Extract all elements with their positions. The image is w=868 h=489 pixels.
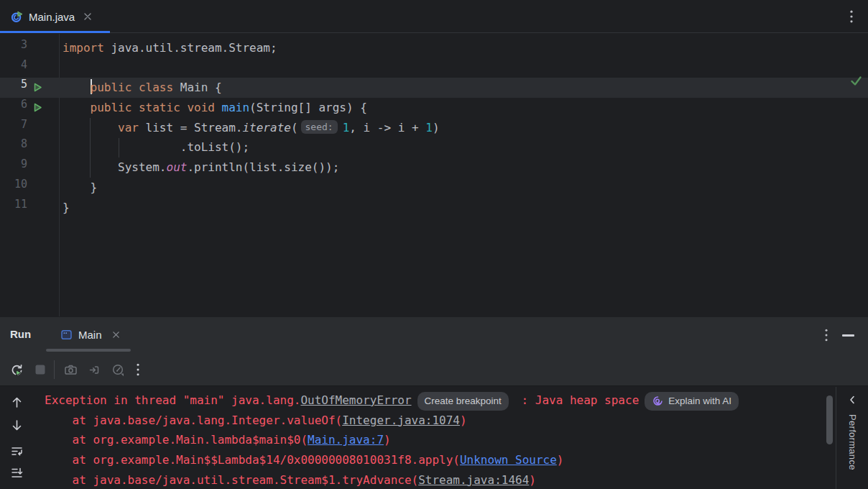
- console-text: ): [460, 413, 467, 427]
- console-line: at java.base/java.lang.Integer.valueOf(I…: [0, 411, 819, 431]
- code-text: public class Main {: [63, 78, 222, 98]
- line-number: 8: [0, 137, 27, 150]
- console-line: at org.example.Main$$Lambda$14/0x0000000…: [0, 450, 819, 470]
- line-number: 6: [0, 98, 27, 111]
- line-number: 3: [0, 38, 27, 51]
- code-text: public static void main(String[] args) {: [63, 98, 367, 118]
- line-number: 10: [0, 178, 27, 191]
- hide-toolwindow-icon[interactable]: [842, 334, 854, 337]
- ai-spiral-icon: [652, 395, 664, 407]
- profiler-gauge-icon[interactable]: [111, 363, 125, 377]
- console-text: ): [529, 473, 536, 487]
- line-number: 11: [0, 198, 27, 211]
- performance-side-panel: Performance: [836, 387, 868, 489]
- code-line[interactable]: 8 .toList();: [0, 137, 868, 157]
- run-toolbar: [0, 353, 868, 386]
- line-number: 9: [0, 157, 27, 170]
- code-line[interactable]: 7 var list = Stream.iterate(seed:1, i ->…: [0, 118, 868, 138]
- run-console-output[interactable]: Exception in thread "main" java.lang.Out…: [0, 387, 868, 489]
- chip-label: Explain with AI: [668, 396, 731, 406]
- create-breakpoint-chip[interactable]: Create breakpoint: [417, 392, 509, 411]
- performance-tab-label[interactable]: Performance: [847, 414, 858, 470]
- console-text: : Java heap space: [514, 393, 639, 407]
- console-line: at java.base/java.util.stream.Stream$1.t…: [0, 470, 819, 489]
- indent-guide: [90, 118, 91, 178]
- run-gutter-icon[interactable]: [33, 103, 42, 112]
- stop-icon[interactable]: [35, 365, 45, 375]
- run-window-options-kebab-icon[interactable]: [818, 326, 834, 344]
- close-icon[interactable]: [83, 12, 92, 21]
- code-text: .toList();: [63, 137, 249, 157]
- console-scrollbar-thumb[interactable]: [826, 396, 833, 444]
- editor-more-options-kebab-icon[interactable]: [844, 8, 859, 25]
- stacktrace-link[interactable]: Main.java:7: [308, 433, 384, 447]
- chip-label: Create breakpoint: [425, 396, 502, 406]
- chevron-left-icon[interactable]: [846, 394, 858, 406]
- line-number: 4: [0, 58, 27, 71]
- attach-profiler-icon[interactable]: [88, 363, 101, 377]
- stacktrace-link[interactable]: Integer.java:1074: [342, 413, 460, 427]
- rerun-icon[interactable]: [10, 363, 24, 377]
- run-toolwindow-header: Run Main: [0, 317, 868, 353]
- code-line[interactable]: 6 public static void main(String[] args)…: [0, 98, 868, 118]
- explain-with-ai-chip[interactable]: Explain with AI: [645, 392, 739, 411]
- editor-tab-bar: Main.java: [0, 0, 868, 33]
- up-stack-trace-icon[interactable]: [10, 396, 24, 409]
- code-line[interactable]: 5 public class Main {: [0, 78, 868, 98]
- code-line[interactable]: 11}: [0, 198, 868, 218]
- close-icon[interactable]: [112, 331, 120, 339]
- console-text: at org.example.Main$$Lambda$14/0x0000000…: [45, 453, 460, 467]
- editor-tab-main-java[interactable]: Main.java: [0, 0, 110, 33]
- stacktrace-link[interactable]: Stream.java:1464: [418, 473, 529, 487]
- run-tab-main[interactable]: Main: [46, 317, 129, 352]
- code-line[interactable]: 9 System.out.println(list.size());: [0, 157, 868, 178]
- code-text: System.out.println(list.size());: [63, 157, 339, 178]
- stacktrace-link[interactable]: Unknown Source: [460, 453, 557, 467]
- console-more-options-kebab-icon[interactable]: [137, 363, 139, 376]
- console-text: at java.base/java.lang.Integer.valueOf(: [45, 413, 342, 427]
- toolbar-separator: [54, 360, 55, 379]
- code-text: var list = Stream.iterate(seed:1, i -> i…: [63, 118, 440, 138]
- run-tab-label: Main: [78, 329, 102, 341]
- console-text: Exception in thread "main" java.lang.: [45, 393, 300, 407]
- soft-wrap-icon[interactable]: [10, 444, 24, 458]
- run-toolwindow-title: Run: [10, 328, 31, 340]
- code-line[interactable]: 3import java.util.stream.Stream;: [0, 38, 868, 58]
- code-text: }: [63, 198, 70, 218]
- run-gutter-icon[interactable]: [33, 83, 42, 92]
- down-stack-trace-icon[interactable]: [10, 419, 24, 432]
- active-tab-underline: [0, 31, 110, 34]
- code-line[interactable]: 4: [0, 58, 868, 78]
- console-text: ): [557, 453, 564, 467]
- line-number: 7: [0, 118, 27, 131]
- line-number: 5: [0, 78, 27, 91]
- console-line: at org.example.Main.lambda$main$0(Main.j…: [0, 430, 819, 450]
- code-text: }: [63, 178, 97, 198]
- scroll-to-end-icon[interactable]: [10, 466, 24, 480]
- console-line: Exception in thread "main" java.lang.Out…: [0, 390, 819, 411]
- inlay-hint-seed: seed:: [301, 120, 338, 134]
- console-text: at java.base/java.util.stream.Stream$1.t…: [45, 473, 418, 487]
- indent-guide: [119, 138, 119, 157]
- code-line[interactable]: 10 }: [0, 178, 868, 198]
- inspections-ok-checkmark-icon[interactable]: [850, 75, 862, 87]
- console-text: ): [384, 433, 391, 447]
- code-text: import java.util.stream.Stream;: [63, 38, 277, 58]
- console-icon: [60, 329, 73, 341]
- console-text: at org.example.Main.lambda$main$0(: [45, 433, 308, 447]
- capture-memory-snapshot-camera-icon[interactable]: [64, 363, 78, 377]
- run-tab-underline: [46, 349, 131, 352]
- code-editor[interactable]: 3import java.util.stream.Stream;45 publi…: [0, 34, 868, 316]
- java-runnable-class-icon: [11, 11, 23, 23]
- editor-tab-label: Main.java: [29, 11, 75, 23]
- stacktrace-link[interactable]: OutOfMemoryError: [300, 393, 411, 407]
